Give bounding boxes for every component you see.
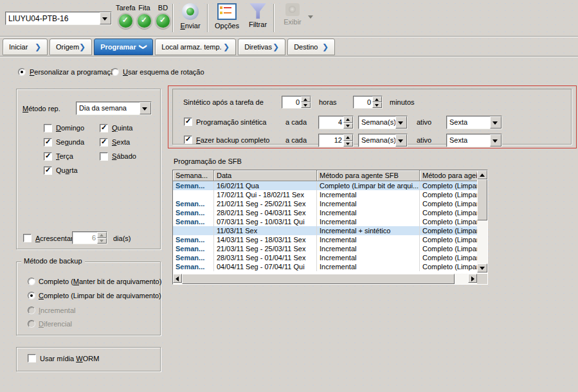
column-header-semana[interactable]: Semana... <box>173 170 214 181</box>
checkbox-fazer-backup-completo[interactable] <box>184 136 192 144</box>
radio-esquema-rotacao-label[interactable]: Usar esquema de rotação <box>123 68 204 76</box>
hours-spinner[interactable]: 0 <box>282 96 311 109</box>
dropdown-icon[interactable] <box>395 116 407 129</box>
cell-date: 17/02/11 Qui - 18/02/11 Sex <box>214 190 317 199</box>
dropdown-icon[interactable] <box>490 134 501 147</box>
content-top-divider <box>0 56 578 57</box>
spin-up-icon[interactable] <box>301 96 311 102</box>
tab-diretivas[interactable]: Diretivas ❯❯ <box>238 39 285 55</box>
cell-method: Incremental <box>317 190 420 199</box>
programacao-sintetica-label[interactable]: Programação sintética <box>196 118 266 127</box>
worm-label[interactable]: Usar mídia WORM <box>40 355 99 363</box>
checkbox-segunda-label[interactable]: Segunda <box>56 138 84 147</box>
spin-down-icon[interactable] <box>372 102 382 108</box>
checkbox-quinta[interactable] <box>100 124 108 132</box>
scrollbar-corner <box>477 274 487 284</box>
acrescentar-label[interactable]: Acrescentar <box>35 235 73 243</box>
table-row[interactable]: Seman...04/04/11 Seg - 07/04/11 QuiIncre… <box>173 262 477 271</box>
spin-down-icon[interactable] <box>301 102 311 108</box>
radio-personalizar-programacao[interactable] <box>18 68 26 76</box>
tab-iniciar[interactable]: Iniciar ❯❯ <box>3 39 48 55</box>
table-row[interactable]: Seman...28/02/11 Seg - 04/03/11 SexIncre… <box>173 208 477 217</box>
fazer-backup-completo-label[interactable]: Fazer backup completo <box>196 136 269 145</box>
scroll-right-icon[interactable] <box>468 274 477 283</box>
job-selector-combobox[interactable]: LIUYU04-PTB-16 <box>5 12 112 25</box>
table-row[interactable]: 17/02/11 Qui - 18/02/11 SexIncrementalCo… <box>173 190 477 199</box>
spin-up-icon[interactable] <box>343 134 353 141</box>
metodo-rep-dropdown-icon[interactable] <box>140 102 151 114</box>
tab-local-armaz-temp[interactable]: Local armaz. temp. ❯❯ <box>155 39 236 55</box>
sintetica-interval-spinner[interactable]: 4 <box>318 116 354 129</box>
sintetica-unit-combobox[interactable]: Semana(s) <box>358 116 408 129</box>
filtrar-button[interactable]: Filtrar <box>243 3 273 28</box>
opcoes-button[interactable]: Opções <box>211 3 243 30</box>
checkbox-sexta-label[interactable]: Sexta <box>112 138 130 147</box>
radio-completo-limpar-label[interactable]: Completo (Limpar bit de arquivamento) <box>39 292 161 300</box>
radio-completo-limpar[interactable] <box>28 292 35 299</box>
vertical-scrollbar[interactable] <box>477 170 487 272</box>
radio-esquema-rotacao[interactable] <box>111 68 119 76</box>
checkbox-domingo[interactable] <box>44 124 52 132</box>
radio-completo-manter[interactable] <box>28 278 35 285</box>
spin-up-icon[interactable] <box>343 116 353 123</box>
status-ok-check-icon <box>136 13 152 29</box>
cell-method: Incremental <box>317 262 420 271</box>
checkbox-terca[interactable] <box>44 152 52 161</box>
dropdown-icon[interactable] <box>395 134 407 147</box>
checkbox-segunda[interactable] <box>44 138 52 147</box>
table-row[interactable]: Seman...16/02/11 QuaCompleto (Limpar bit… <box>173 181 477 190</box>
table-row[interactable]: Seman...21/02/11 Seg - 25/02/11 SexIncre… <box>173 199 477 208</box>
horizontal-scrollbar-thumb[interactable] <box>182 274 455 284</box>
table-row[interactable]: Seman...28/03/11 Seg - 01/04/11 SexIncre… <box>173 253 477 262</box>
toolbar-separator <box>273 4 275 32</box>
tab-origem[interactable]: Origem ❯❯ <box>50 39 92 55</box>
radio-completo-manter-label[interactable]: Completo (Manter bit de arquivamento) <box>39 278 161 286</box>
sintetica-day-combobox[interactable]: Sexta <box>446 116 502 129</box>
spin-up-icon[interactable] <box>372 96 382 102</box>
checkbox-usar-midia-worm[interactable] <box>28 354 36 362</box>
tab-programar[interactable]: Programar ❯❯ <box>94 39 153 55</box>
checkbox-sabado-label[interactable]: Sábado <box>112 152 136 161</box>
scroll-up-icon[interactable] <box>477 170 487 179</box>
horizontal-scrollbar[interactable] <box>173 274 477 284</box>
vertical-scrollbar-thumb[interactable] <box>477 179 487 220</box>
checkbox-terca-label[interactable]: Terça <box>56 152 73 161</box>
radio-personalizar-label[interactable]: Personalizar a programação <box>30 68 118 76</box>
completo-unit-combobox[interactable]: Semana(s) <box>358 134 408 147</box>
checkbox-quarta[interactable] <box>44 166 52 175</box>
checkbox-sexta[interactable] <box>100 138 108 147</box>
checkbox-domingo-label[interactable]: Domingo <box>56 124 84 132</box>
filter-funnel-icon <box>249 3 266 19</box>
checkbox-acrescentar[interactable] <box>23 234 32 242</box>
spin-down-icon[interactable] <box>343 123 353 129</box>
acrescentar-days-spinner[interactable]: 6 <box>72 231 107 244</box>
spin-down-icon[interactable] <box>343 141 353 147</box>
checkbox-quarta-label[interactable]: Quarta <box>56 166 78 175</box>
checkbox-programacao-sintetica[interactable] <box>184 118 192 126</box>
table-row[interactable]: Seman...07/03/11 Seg - 10/03/11 QuiIncre… <box>173 217 477 226</box>
job-selector-dropdown-icon[interactable] <box>100 12 111 24</box>
cell-week: Seman... <box>173 181 214 190</box>
table-row[interactable]: Seman...14/03/11 Seg - 18/03/11 SexIncre… <box>173 235 477 244</box>
scroll-down-icon[interactable] <box>477 263 487 272</box>
scroll-left-icon[interactable] <box>173 274 182 283</box>
cell-date: 28/03/11 Seg - 01/04/11 Sex <box>214 253 317 262</box>
tab-destino[interactable]: Destino ❯❯ <box>287 39 335 55</box>
minutes-spinner[interactable]: 0 <box>353 96 383 109</box>
completo-interval-spinner[interactable]: 12 <box>318 134 354 147</box>
spin-down-icon[interactable] <box>97 238 107 244</box>
checkbox-sabado[interactable] <box>100 152 108 161</box>
options-window-icon <box>217 3 237 20</box>
spin-up-icon[interactable] <box>97 232 107 238</box>
table-row[interactable]: 11/03/11 SexIncremental + sintéticoCompl… <box>173 226 477 235</box>
column-header-metodo-sfb[interactable]: Método para agente SFB <box>317 170 420 181</box>
column-header-data[interactable]: Data <box>214 170 317 181</box>
enviar-button[interactable]: Enviar <box>175 3 206 30</box>
column-header-metodo-agente[interactable]: Método para agei <box>420 170 477 181</box>
metodo-rep-combobox[interactable]: Dia da semana <box>76 102 152 115</box>
checkbox-quinta-label[interactable]: Quinta <box>112 124 132 132</box>
table-row[interactable]: Seman...21/03/11 Seg - 25/03/11 SexIncre… <box>173 244 477 253</box>
table-header-row: Semana... Data Método para agente SFB Mé… <box>173 170 477 181</box>
dropdown-icon[interactable] <box>490 116 501 129</box>
completo-day-combobox[interactable]: Sexta <box>446 134 502 147</box>
